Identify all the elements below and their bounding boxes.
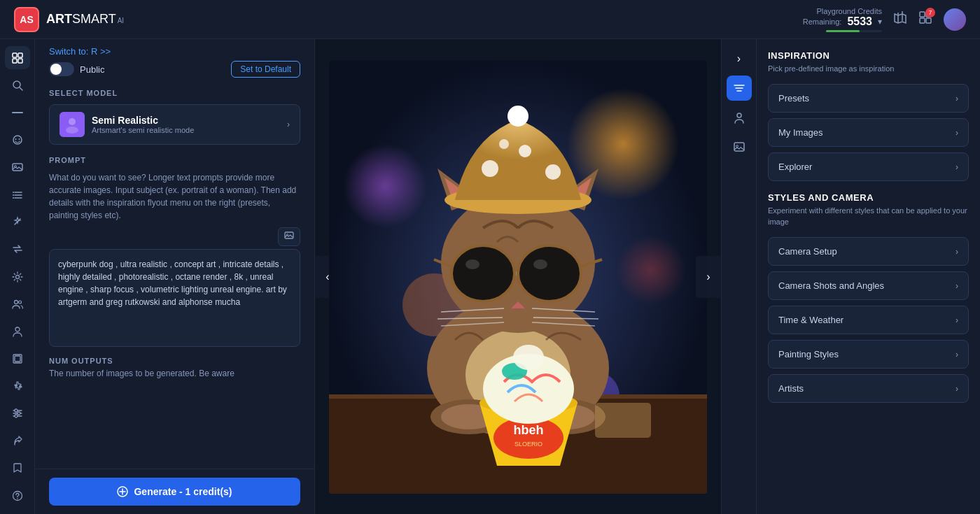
- svg-point-47: [343, 144, 427, 228]
- map-icon-button[interactable]: [893, 10, 907, 28]
- svg-rect-6: [13, 59, 17, 63]
- generate-button[interactable]: Generate - 1 credit(s): [49, 478, 300, 506]
- artists-row[interactable]: Artists ›: [768, 374, 969, 403]
- main-layout: Switch to: R >> Public Set to Default SE…: [0, 39, 980, 514]
- sidebar-icon-layers[interactable]: [5, 347, 30, 370]
- svg-point-25: [18, 301, 21, 304]
- prompt-textarea[interactable]: cyberpunk dog , ultra realistic , concep…: [49, 249, 300, 347]
- prompt-section: PROMPT What do you want to see? Longer t…: [49, 156, 300, 350]
- camera-shots-label: Camera Shots and Angles: [778, 280, 884, 291]
- painting-styles-chevron-icon: ›: [955, 350, 958, 359]
- set-default-button[interactable]: Set to Default: [231, 61, 300, 78]
- sidebar-icon-wand[interactable]: [5, 210, 30, 234]
- camera-setup-chevron-icon: ›: [955, 247, 958, 257]
- toggle-row: Public Set to Default: [49, 61, 300, 78]
- credits-box: Playground Credits Remaining: 5533 ▾: [803, 7, 882, 32]
- right-panel: INSPIRATION Pick pre-defined image as in…: [756, 39, 980, 514]
- svg-point-92: [513, 345, 544, 370]
- svg-point-32: [15, 409, 18, 412]
- svg-rect-2: [920, 18, 925, 23]
- credits-row: Remaining: 5533 ▾: [803, 15, 882, 28]
- grid-icon-button[interactable]: 7: [918, 10, 932, 28]
- explorer-chevron-icon: ›: [955, 162, 958, 172]
- svg-point-26: [15, 327, 20, 331]
- svg-point-21: [13, 197, 14, 199]
- controls-section: Public Set to Default SELECT MODEL Semi …: [35, 61, 314, 357]
- my-images-row[interactable]: My Images ›: [768, 118, 969, 147]
- presets-label: Presets: [778, 93, 809, 103]
- model-desc: Artsmart's semi realistic mode: [92, 126, 194, 134]
- svg-point-65: [482, 160, 498, 177]
- sidebar-icon-bookmark[interactable]: [5, 457, 30, 480]
- prompt-image-button[interactable]: [278, 227, 300, 246]
- sidebar-icon-sliders[interactable]: [5, 402, 30, 425]
- sidebar-icon-list[interactable]: [5, 183, 30, 206]
- sidebar-icon-settings[interactable]: [5, 265, 30, 288]
- tool-filter-icon[interactable]: [727, 76, 752, 101]
- public-toggle[interactable]: [49, 62, 74, 76]
- sidebar-icon-search[interactable]: [5, 73, 30, 97]
- svg-rect-5: [18, 53, 22, 57]
- user-avatar-button[interactable]: [944, 8, 966, 31]
- canvas-nav-right-button[interactable]: ›: [696, 256, 721, 298]
- switch-to-r[interactable]: Switch to: R >>: [35, 39, 314, 61]
- svg-rect-14: [13, 164, 22, 171]
- svg-point-77: [465, 259, 479, 269]
- credits-progress: [826, 30, 882, 32]
- sidebar-icon-question[interactable]: [5, 484, 30, 507]
- sidebar-icon-person[interactable]: [5, 320, 30, 343]
- time-weather-chevron-icon: ›: [955, 315, 958, 325]
- sidebar-icon-share[interactable]: [5, 429, 30, 452]
- svg-rect-3: [926, 18, 931, 23]
- svg-point-97: [737, 113, 741, 117]
- my-images-chevron-icon: ›: [955, 128, 958, 138]
- presets-chevron-icon: ›: [955, 94, 958, 103]
- sidebar-icon-face[interactable]: [5, 128, 30, 151]
- styles-desc: Experiment with different styles that ca…: [768, 206, 969, 227]
- svg-point-66: [519, 145, 531, 157]
- time-weather-row[interactable]: Time & Weather ›: [768, 306, 969, 334]
- svg-point-23: [15, 275, 19, 278]
- svg-rect-7: [18, 59, 22, 63]
- svg-point-13: [18, 138, 20, 140]
- svg-point-36: [17, 498, 18, 499]
- toggle-left: Public: [49, 62, 104, 76]
- model-left: Semi Realistic Artsmart's semi realistic…: [59, 112, 194, 137]
- sidebar-icon-grid[interactable]: [5, 46, 30, 69]
- svg-rect-4: [13, 53, 17, 57]
- svg-point-38: [69, 118, 76, 125]
- painting-styles-row[interactable]: Painting Styles ›: [768, 340, 969, 369]
- prompt-description: What do you want to see? Longer text pro…: [49, 171, 300, 222]
- svg-point-24: [14, 300, 18, 304]
- inspiration-title: INSPIRATION: [768, 50, 969, 61]
- svg-point-33: [18, 412, 20, 415]
- outputs-label: NUM OUTPUTS: [49, 357, 300, 365]
- svg-point-99: [736, 145, 738, 148]
- sidebar-icon-people[interactable]: [5, 292, 30, 315]
- notification-badge: 7: [925, 8, 935, 17]
- outputs-desc: The number of images to be generated. Be…: [49, 368, 300, 380]
- camera-shots-row[interactable]: Camera Shots and Angles ›: [768, 271, 969, 300]
- model-name: Semi Realistic: [92, 115, 194, 126]
- sidebar-icon-dash[interactable]: [5, 101, 30, 124]
- svg-point-20: [13, 194, 14, 196]
- model-selector[interactable]: Semi Realistic Artsmart's semi realistic…: [49, 104, 300, 145]
- tool-person-icon[interactable]: [727, 105, 752, 130]
- tool-image-ref-icon[interactable]: [727, 134, 752, 159]
- sidebar-icon-image[interactable]: [5, 156, 30, 179]
- sidebar-icon-puzzle[interactable]: [5, 375, 30, 398]
- camera-setup-row[interactable]: Camera Setup ›: [768, 237, 969, 266]
- svg-point-12: [15, 138, 16, 140]
- prompt-label: PROMPT: [49, 156, 300, 164]
- explorer-label: Explorer: [778, 162, 812, 172]
- presets-row[interactable]: Presets ›: [768, 84, 969, 113]
- prompt-toolbar: [49, 227, 300, 246]
- svg-rect-93: [595, 403, 651, 438]
- sidebar-icon-swap[interactable]: [5, 238, 30, 261]
- explorer-row[interactable]: Explorer ›: [768, 152, 969, 181]
- tool-nav-right-icon[interactable]: ›: [727, 46, 752, 71]
- right-tools-strip: ›: [721, 39, 756, 514]
- credits-chevron[interactable]: ▾: [878, 17, 882, 27]
- left-panel: Switch to: R >> Public Set to Default SE…: [35, 39, 315, 514]
- svg-rect-40: [285, 232, 293, 238]
